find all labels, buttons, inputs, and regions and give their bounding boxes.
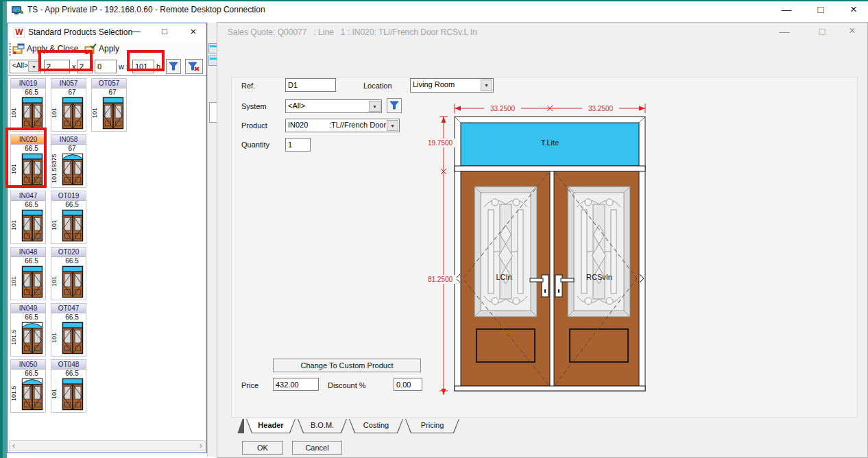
remote-desktop-icon bbox=[11, 5, 23, 17]
product-tile-IN058[interactable]: IN05867101.59375 bbox=[51, 134, 86, 188]
product-tile-IN048[interactable]: IN04866.5101 bbox=[10, 247, 46, 300]
tile-height: 101 bbox=[51, 263, 58, 300]
right-door-label: RCSvIn bbox=[586, 273, 612, 281]
scroll-right-icon[interactable]: › bbox=[200, 441, 202, 450]
price-label: Price bbox=[241, 381, 258, 389]
dialog-maximize-button[interactable]: □ bbox=[156, 26, 173, 36]
tile-width: 66.5 bbox=[18, 370, 45, 377]
sales-quote-title: Sales Quote: Q00077 : Line 1 : IN020: TL… bbox=[228, 27, 477, 37]
ref-label: Ref. bbox=[241, 82, 255, 90]
door-thumbnail-icon bbox=[20, 321, 45, 358]
tile-height: 101 bbox=[10, 206, 18, 243]
tile-height: 101 bbox=[51, 319, 58, 356]
tile-code: IN047 bbox=[11, 191, 45, 201]
location-label: Location bbox=[363, 82, 392, 90]
product-tile-IN050[interactable]: IN05066.5101.5 bbox=[10, 359, 46, 413]
dim-left-top: 19.7500 bbox=[428, 139, 453, 147]
location-combo[interactable]: Living Room ▼ bbox=[410, 78, 494, 93]
door-thumbnail-icon bbox=[60, 208, 85, 245]
door-thumbnail-icon bbox=[60, 321, 85, 358]
product-tile-IN019[interactable]: IN01966.5101 bbox=[10, 78, 46, 132]
filter-icon bbox=[389, 101, 399, 110]
tile-code: IN049 bbox=[11, 304, 45, 313]
horizontal-scrollbar[interactable]: ‹ › bbox=[9, 440, 206, 451]
rdp-close-button[interactable]: × bbox=[843, 3, 864, 16]
chevron-down-icon[interactable]: ▼ bbox=[369, 101, 381, 112]
product-tile-IN049[interactable]: IN04966.5101.5 bbox=[10, 303, 46, 357]
scroll-left-icon[interactable]: ‹ bbox=[12, 441, 15, 450]
dim-top-right: 33.2500 bbox=[588, 105, 614, 112]
dialog-minimize-button[interactable]: — bbox=[127, 26, 145, 36]
dialog-filterbar: <All> ▼ x w x h bbox=[8, 58, 206, 75]
tab-label: Pricing bbox=[406, 419, 459, 433]
svg-text:W: W bbox=[15, 27, 23, 37]
tile-width: 67 bbox=[58, 145, 86, 152]
price-input[interactable] bbox=[273, 378, 319, 391]
tile-width: 66.5 bbox=[58, 257, 86, 265]
tab-label: B.O.M. bbox=[298, 419, 346, 433]
chevron-down-icon[interactable]: ▼ bbox=[387, 120, 398, 131]
product-tile-IN047[interactable]: IN04766.5101 bbox=[10, 191, 46, 244]
apply-button[interactable]: Apply bbox=[99, 44, 119, 53]
tile-height: 101 bbox=[10, 263, 18, 300]
product-label: Product bbox=[241, 121, 267, 130]
tile-height: 101 bbox=[51, 206, 58, 243]
door-thumbnail-icon bbox=[20, 265, 45, 302]
door-thumbnail-icon bbox=[20, 377, 45, 414]
tile-width: 67 bbox=[99, 88, 126, 96]
ref-input[interactable] bbox=[285, 78, 336, 92]
system-filter-button[interactable] bbox=[387, 98, 402, 113]
ok-button[interactable]: OK bbox=[242, 441, 283, 455]
tile-height: 101 bbox=[51, 375, 58, 412]
rdp-maximize-button[interactable]: □ bbox=[810, 3, 831, 15]
product-tile-OT048[interactable]: OT04866.5101 bbox=[51, 359, 86, 413]
change-to-custom-product-button[interactable]: Change To Custom Product bbox=[273, 359, 421, 372]
system-combo[interactable]: <All> ▼ bbox=[285, 99, 382, 113]
door-thumbnail-icon bbox=[60, 377, 85, 414]
tile-width: 67 bbox=[58, 88, 86, 96]
tab-strip: HeaderB.O.M.CostingPricing bbox=[233, 419, 459, 433]
door-thumbnail-icon bbox=[101, 96, 125, 133]
discount-label: Discount % bbox=[328, 381, 366, 389]
standard-products-dialog: W Standard Products Selection — □ × Appl… bbox=[7, 23, 207, 453]
tile-code: OT057 bbox=[92, 79, 126, 88]
tile-code: IN057 bbox=[51, 79, 86, 88]
apply-filter-button[interactable] bbox=[166, 59, 181, 74]
quote-maximize-button[interactable]: □ bbox=[812, 25, 832, 37]
tab-bom[interactable]: B.O.M. bbox=[298, 419, 347, 433]
chevron-down-icon[interactable]: ▼ bbox=[481, 80, 492, 91]
discount-input[interactable] bbox=[394, 378, 422, 391]
width-input[interactable] bbox=[95, 60, 117, 73]
product-tile-OT047[interactable]: OT04766.5101 bbox=[51, 303, 86, 357]
quote-close-button[interactable]: × bbox=[842, 25, 863, 37]
category-combo[interactable]: <All> ▼ bbox=[10, 60, 41, 73]
tile-code: IN048 bbox=[11, 248, 45, 257]
product-combo[interactable]: IN020 :TL//French Door ▼ bbox=[285, 119, 400, 132]
dialog-close-button[interactable]: × bbox=[184, 25, 202, 37]
quantity-input[interactable] bbox=[285, 138, 311, 152]
annotation-box-selected-product bbox=[5, 128, 47, 188]
tab-label: Costing bbox=[350, 419, 402, 433]
tab-pricing[interactable]: Pricing bbox=[405, 419, 459, 433]
toolbar-grip bbox=[9, 43, 11, 56]
transom-panel-label: T.Lite bbox=[541, 138, 559, 147]
door-thumbnail-icon bbox=[60, 152, 85, 189]
tab-costing[interactable]: Costing bbox=[349, 419, 403, 433]
tile-height: 101 bbox=[10, 94, 18, 131]
cancel-button[interactable]: Cancel bbox=[292, 441, 342, 455]
tile-width: 66.5 bbox=[58, 201, 86, 208]
tile-code: OT047 bbox=[51, 304, 86, 313]
tile-width: 66.5 bbox=[58, 313, 86, 321]
background-window-fragment bbox=[207, 23, 217, 457]
tile-height: 101 bbox=[51, 94, 58, 131]
tab-header[interactable]: Header bbox=[246, 419, 296, 433]
product-tile-OT019[interactable]: OT01966.5101 bbox=[51, 191, 86, 244]
product-tile-IN057[interactable]: IN05767101 bbox=[51, 78, 86, 132]
product-tile-OT020[interactable]: OT02066.5101 bbox=[51, 247, 86, 300]
product-tile-OT057[interactable]: OT05767101 bbox=[91, 78, 127, 132]
dim-left-bottom: 81.2500 bbox=[428, 276, 453, 283]
clear-filter-button[interactable] bbox=[185, 59, 203, 74]
apply-close-icon[interactable] bbox=[12, 43, 25, 55]
rdp-minimize-button[interactable]: — bbox=[776, 3, 797, 15]
quote-minimize-button[interactable]: — bbox=[774, 25, 795, 37]
